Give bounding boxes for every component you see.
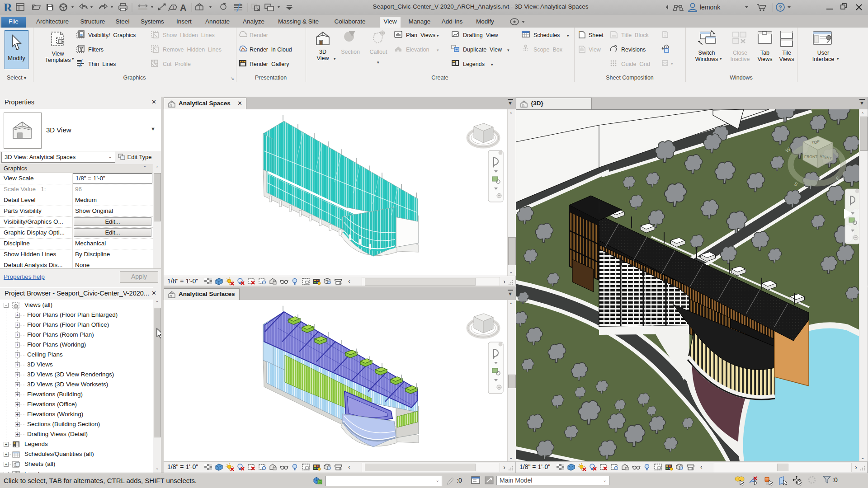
svg-text:FRONT: FRONT: [804, 155, 817, 159]
svg-text:R: R: [4, 1, 12, 14]
svg-text:‹: ‹: [348, 463, 350, 470]
svg-text:1/8" = 1'-0": 1/8" = 1'-0": [167, 463, 198, 470]
svg-text:‹: ‹: [348, 277, 350, 285]
svg-text:‹: ‹: [700, 463, 703, 470]
svg-text::0: :0: [832, 476, 838, 483]
svg-text:?: ?: [778, 4, 782, 11]
svg-text:▾: ▾: [671, 61, 673, 66]
svg-text:1/8" = 1'-0": 1/8" = 1'-0": [519, 463, 550, 470]
svg-text:lemonk: lemonk: [700, 4, 721, 11]
svg-text:1/8" = 1'-0": 1/8" = 1'-0": [167, 277, 198, 285]
